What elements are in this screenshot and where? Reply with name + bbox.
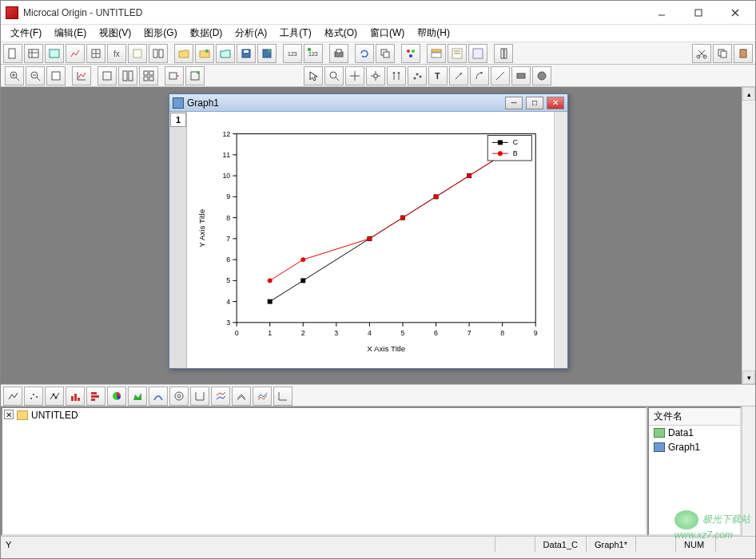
svg-rect-27 (384, 52, 389, 57)
scrollbar-up-icon[interactable]: ▴ (742, 87, 755, 101)
graph-scrollbar-v[interactable] (554, 112, 567, 368)
new-function-button[interactable]: fx (107, 44, 126, 63)
menu-window[interactable]: 窗口(W) (364, 25, 411, 42)
view-code-button[interactable] (468, 44, 487, 63)
template-plot-button[interactable] (273, 387, 292, 406)
bar-plot-button[interactable] (86, 387, 105, 406)
window-maximize-button[interactable] (680, 2, 717, 24)
save-template-button[interactable] (257, 44, 277, 63)
copy-button[interactable] (713, 44, 732, 63)
svg-rect-132 (300, 278, 305, 283)
graph-window-titlebar[interactable]: Graph1 ─ □ ✕ (169, 94, 567, 112)
menu-tools[interactable]: 工具(T) (273, 25, 317, 42)
line-plot-button[interactable] (3, 387, 22, 406)
menu-help[interactable]: 帮助(H) (411, 25, 456, 42)
save-button[interactable] (237, 44, 256, 63)
open-excel-button[interactable] (216, 44, 235, 63)
layer-4-button[interactable] (139, 66, 158, 85)
view-results-button[interactable] (448, 44, 467, 63)
polar-plot-button[interactable] (149, 387, 168, 406)
zoom-out-button[interactable] (26, 66, 45, 85)
screen-reader-tool[interactable] (345, 66, 364, 85)
add-column-button[interactable] (494, 44, 513, 63)
file-item-data1[interactable]: Data1 (649, 426, 740, 440)
svg-text:fx: fx (113, 50, 120, 58)
new-layout-button[interactable] (149, 44, 168, 63)
pointer-tool[interactable] (304, 66, 323, 85)
graph-minimize-button[interactable]: ─ (505, 97, 523, 109)
new-project-button[interactable] (3, 44, 22, 63)
3d-plot-button[interactable] (253, 387, 272, 406)
graph-layer-tab-1[interactable]: 1 (170, 113, 186, 127)
svg-point-78 (414, 77, 416, 79)
import-multi-button[interactable]: 123 (304, 44, 323, 63)
chart-plot[interactable]: 01234567893456789101112X Axis TitleY Axi… (193, 118, 547, 362)
project-root-node[interactable]: UNTITLED (17, 410, 78, 421)
new-matrix-button[interactable] (86, 44, 105, 63)
project-explorer-panel[interactable]: ✕ UNTITLED (1, 406, 647, 536)
lower-scrollbar-v[interactable] (742, 406, 755, 536)
import-ascii-button[interactable]: 123 (283, 44, 302, 63)
double-y-plot-button[interactable] (190, 387, 209, 406)
rectangle-tool[interactable] (511, 66, 531, 85)
add-layer-button[interactable] (185, 66, 205, 85)
menu-format[interactable]: 格式(O) (318, 25, 364, 42)
results-log-button[interactable] (401, 44, 420, 63)
window-minimize-button[interactable] (643, 2, 680, 24)
open-template-button[interactable] (195, 44, 214, 63)
curved-arrow-tool[interactable] (470, 66, 489, 85)
graph-window[interactable]: Graph1 ─ □ ✕ 1 01234567893456789101112X … (169, 93, 568, 369)
data-selector-tool[interactable] (387, 66, 406, 85)
line-tool[interactable] (491, 66, 510, 85)
print-button[interactable] (329, 44, 348, 63)
waterfall-plot-button[interactable] (232, 387, 251, 406)
svg-text:3: 3 (226, 319, 230, 327)
area-plot-button[interactable] (128, 387, 147, 406)
layer-1-button[interactable] (97, 66, 117, 85)
project-explorer-button[interactable] (427, 44, 446, 63)
graph-close-button[interactable]: ✕ (547, 97, 564, 109)
new-graph-button[interactable] (66, 44, 85, 63)
draw-data-tool[interactable] (408, 66, 427, 85)
rescale-button[interactable] (72, 66, 91, 85)
ternary-plot-button[interactable] (169, 387, 189, 406)
open-button[interactable] (174, 44, 193, 63)
new-notes-button[interactable] (128, 44, 147, 63)
arrow-tool[interactable] (449, 66, 468, 85)
svg-point-142 (434, 194, 439, 199)
menu-data[interactable]: 数据(D) (184, 25, 229, 42)
zoom-tool[interactable] (324, 66, 344, 85)
extract-layers-button[interactable] (165, 66, 184, 85)
zoom-in-button[interactable] (5, 66, 24, 85)
file-item-graph1[interactable]: Graph1 (649, 440, 740, 454)
menu-edit[interactable]: 编辑(E) (48, 25, 93, 42)
window-close-button[interactable] (717, 2, 754, 24)
layer-2-button[interactable] (118, 66, 137, 85)
file-list-panel[interactable]: 文件名 Data1 Graph1 (647, 406, 742, 536)
menu-file[interactable]: 文件(F) (4, 25, 48, 42)
menu-view[interactable]: 视图(V) (93, 25, 137, 42)
graph-maximize-button[interactable]: □ (526, 97, 543, 109)
cut-button[interactable] (692, 44, 711, 63)
whole-page-button[interactable] (46, 66, 66, 85)
chart-area[interactable]: 01234567893456789101112X Axis TitleY Axi… (187, 112, 554, 368)
circle-tool[interactable] (532, 66, 551, 85)
panel-close-icon[interactable]: ✕ (4, 410, 14, 419)
scrollbar-down-icon[interactable]: ▾ (742, 371, 755, 384)
text-tool[interactable]: T (428, 66, 448, 85)
menu-graph[interactable]: 图形(G) (137, 25, 183, 42)
column-plot-button[interactable] (66, 387, 85, 406)
status-left: Y (1, 540, 495, 549)
new-excel-button[interactable] (45, 44, 64, 63)
pie-plot-button[interactable] (107, 387, 126, 406)
data-reader-tool[interactable] (366, 66, 385, 85)
workspace-scrollbar-v[interactable]: ▴ ▾ (742, 87, 755, 384)
stack-plot-button[interactable] (211, 387, 230, 406)
refresh-button[interactable] (355, 44, 374, 63)
line-symbol-plot-button[interactable] (45, 387, 64, 406)
menu-analysis[interactable]: 分析(A) (229, 25, 273, 42)
scatter-plot-button[interactable] (24, 387, 43, 406)
paste-button[interactable] (734, 44, 753, 63)
new-worksheet-button[interactable] (24, 44, 43, 63)
duplicate-button[interactable] (376, 44, 395, 63)
